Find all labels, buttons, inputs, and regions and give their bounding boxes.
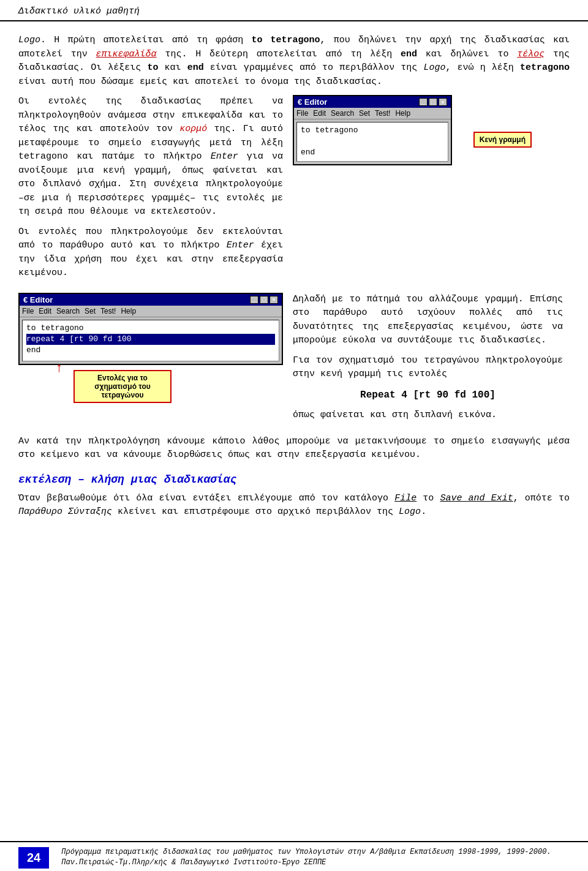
paragraph-4: Δηλαδή με το πάτημά του αλλάζουμε γραμμή… [293, 293, 563, 348]
col-right-2: Δηλαδή με το πάτημά του αλλάζουμε γραμμή… [293, 293, 563, 429]
win-close-right[interactable]: × [439, 98, 447, 106]
win-minimize-left[interactable]: _ [250, 296, 258, 304]
editor-line-2-right: end [301, 147, 444, 158]
editor-body-right: to tetragono end [296, 122, 448, 162]
left-editor-wrap: € Editor _ □ × File Edit Search Set [18, 293, 283, 404]
editor-line-3-left: end [26, 345, 275, 356]
editor-body-left: to tetragono repeat 4 [rt 90 fd 100 end [22, 320, 279, 362]
editor-line-2-left: repeat 4 [rt 90 fd 100 [26, 334, 275, 345]
paragraph-2: Οι εντολές της διαδικασίας πρέπει να πλη… [18, 95, 283, 219]
footer-text: Πρόγραμμα πειραματικής διδασκαλίας του μ… [61, 847, 570, 868]
col-left-2: € Editor _ □ × File Edit Search Set [18, 293, 283, 429]
paragraph-7: Αν κατά την πληκτρολόγηση κάνουμε κάποιο… [18, 435, 570, 462]
editor-title-left: € Editor [23, 295, 53, 304]
page-container: Διδακτικό υλικό μαθητή Logo. Η πρώτη απο… [0, 0, 588, 871]
annotation-entoles: Εντολές για το σχηματισμό του τετραγώνου [74, 370, 172, 403]
menu-search-right[interactable]: Search [331, 109, 354, 118]
menu-file-left[interactable]: File [22, 307, 34, 315]
editor-line-blank-right [301, 136, 444, 147]
editor-menubar-right: File Edit Search Set Test! Help [294, 108, 451, 119]
menu-edit-left[interactable]: Edit [39, 307, 51, 315]
section-heading: εκτέλεση – κλήση μιας διαδικασίας [18, 473, 570, 486]
editor-titlebar-left: € Editor _ □ × [20, 294, 282, 306]
arrow-icon-left: ↑ [55, 361, 63, 376]
editor-title-right: € Editor [298, 97, 327, 107]
paragraph-3: Οι εντολές που πληκτρολογούμε δεν εκτελο… [18, 225, 283, 281]
menu-help-left[interactable]: Help [121, 307, 136, 315]
editor-line-1-left: to tetragono [26, 323, 275, 334]
page-footer: 24 Πρόγραμμα πειραματικής διδασκαλίας το… [0, 841, 588, 871]
menu-test-left[interactable]: Test! [100, 307, 116, 315]
main-content: Logo. Η πρώτη αποτελείται από τη φράση t… [0, 21, 588, 841]
col-right-1: € Editor _ □ × File Edit Search Set [293, 95, 563, 287]
win-minimize-right[interactable]: _ [419, 98, 428, 106]
annotation-wrap-left: ↑ Εντολές για το σχηματισμό του τετραγών… [18, 370, 283, 403]
menu-set-right[interactable]: Set [359, 109, 370, 118]
editor-menubar-left: File Edit Search Set Test! Help [20, 306, 282, 317]
annotation-text-left: Εντολές για το σχηματισμό του τετραγώνου [94, 374, 150, 399]
two-col-section-1: Οι εντολές της διαδικασίας πρέπει να πλη… [18, 95, 570, 287]
paragraph-8: Όταν βεβαιωθούμε ότι όλα είναι εντάξει ε… [18, 492, 570, 519]
editor-window-left: € Editor _ □ × File Edit Search Set [18, 293, 283, 366]
menu-edit-right[interactable]: Edit [313, 109, 326, 118]
editor-cursor-left [26, 356, 275, 358]
editor-window-right: € Editor _ □ × File Edit Search Set [293, 95, 452, 165]
page-number: 24 [18, 847, 49, 869]
two-col-section-2: € Editor _ □ × File Edit Search Set [18, 293, 570, 429]
repeat-cmd-text: Repeat 4 [rt 90 fd 100] [360, 390, 496, 401]
paragraph-1: Logo. Η πρώτη αποτελείται από τη φράση t… [18, 34, 570, 89]
editor-titlebar-right: € Editor _ □ × [294, 96, 451, 108]
menu-file-right[interactable]: File [296, 109, 308, 118]
menu-help-right[interactable]: Help [395, 109, 410, 118]
page-header: Διδακτικό υλικό μαθητή [0, 0, 588, 21]
annotation-keni-grammi: Κενή γραμμή [473, 132, 532, 148]
win-maximize-right[interactable]: □ [429, 98, 437, 106]
col-left-1: Οι εντολές της διαδικασίας πρέπει να πλη… [18, 95, 283, 287]
editor-title-btns-right: _ □ × [419, 98, 447, 106]
win-close-left[interactable]: × [270, 296, 278, 304]
section-heading-text: εκτέλεση – κλήση μιας διαδικασίας [18, 473, 236, 486]
win-maximize-left[interactable]: □ [260, 296, 268, 304]
repeat-cmd-para: Repeat 4 [rt 90 fd 100] [293, 388, 563, 403]
menu-test-right[interactable]: Test! [375, 109, 390, 118]
text-logo: Logo. Η πρώτη αποτελείται από τη φράση t… [18, 35, 570, 87]
editor-line-1-right: to tetragono [301, 125, 444, 136]
paragraph-6: όπως φαίνεται και στη διπλανή εικόνα. [293, 409, 563, 423]
menu-search-left[interactable]: Search [56, 307, 80, 315]
editor-right-container: € Editor _ □ × File Edit Search Set [293, 95, 452, 169]
paragraph-5: Για τον σχηματισμό του τετραγώνου πληκτρ… [293, 354, 563, 382]
menu-set-left[interactable]: Set [85, 307, 96, 315]
annotation-text-right: Κενή γραμμή [480, 135, 526, 144]
editor-title-btns-left: _ □ × [250, 296, 278, 304]
header-title: Διδακτικό υλικό μαθητή [18, 6, 140, 17]
